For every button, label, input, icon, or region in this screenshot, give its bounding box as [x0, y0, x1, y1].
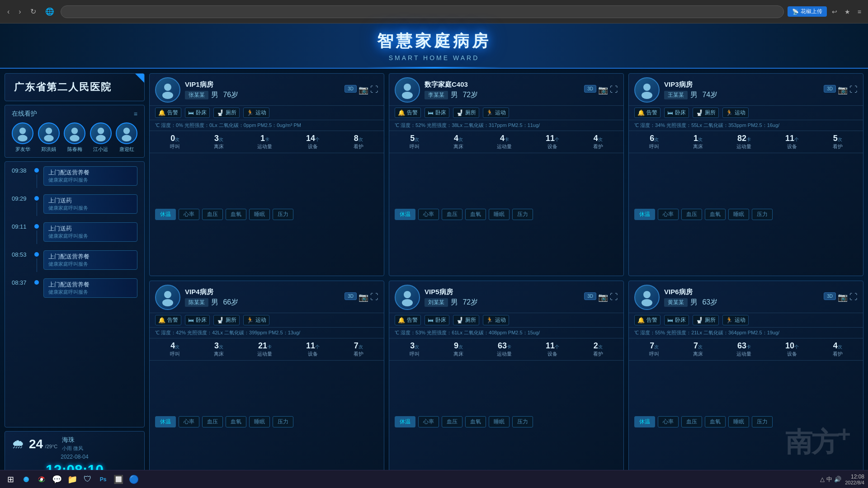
ward-cam-icon-vip5[interactable]: 📷 [598, 292, 608, 302]
ward-toilet-btn-vip4[interactable]: 🚽厕所 [213, 315, 240, 325]
ward-3d-btn-vip6[interactable]: 3D [824, 292, 836, 300]
ward-bed-btn-c403[interactable]: 🛏卧床 [425, 108, 449, 118]
ward-exercise-btn-vip5[interactable]: 🏃运动 [483, 315, 509, 325]
ward-cam-icon-vip3[interactable]: 📷 [838, 85, 848, 95]
nurses-filter-icon[interactable]: ≡ [134, 110, 137, 117]
ward-monitor-bo-vip1[interactable]: 血氧 [226, 209, 246, 220]
taskbar-app-icon[interactable]: 🔵 [127, 473, 141, 486]
nav-back-button[interactable]: ‹ [5, 6, 12, 18]
ward-monitor-bp-vip1[interactable]: 血压 [202, 209, 223, 220]
taskbar-edge-icon[interactable] [19, 473, 33, 486]
nav-forward-button[interactable]: › [16, 6, 24, 18]
ward-monitor-pr-vip5[interactable]: 压力 [512, 416, 533, 427]
ward-exercise-btn-c403[interactable]: 🏃运动 [483, 108, 509, 118]
ward-cam-icon-vip1[interactable]: 📷 [359, 85, 368, 95]
ward-monitor-hr-vip3[interactable]: 心率 [658, 209, 679, 220]
ward-3d-btn-vip3[interactable]: 3D [824, 85, 836, 93]
live-upload-button[interactable]: 📡 花椒上传 [788, 6, 827, 17]
ward-exercise-btn-vip3[interactable]: 🏃运动 [722, 108, 749, 118]
ward-monitor-bo-c403[interactable]: 血氧 [465, 209, 486, 220]
ward-monitor-bp-vip5[interactable]: 血压 [442, 416, 462, 427]
start-button[interactable]: ⊞ [4, 474, 18, 485]
taskbar-notifications-icon[interactable]: △ [820, 476, 825, 483]
ward-monitor-sl-vip4[interactable]: 睡眠 [249, 416, 270, 427]
ward-alert-btn-vip3[interactable]: 🔔告警 [634, 108, 660, 118]
nav-globe-button[interactable]: 🌐 [42, 5, 57, 18]
ward-toilet-btn-c403[interactable]: 🚽厕所 [453, 108, 479, 118]
ward-fullscreen-icon-c403[interactable]: ⛶ [610, 85, 618, 94]
ward-toilet-btn-vip1[interactable]: 🚽厕所 [213, 108, 240, 118]
ward-monitor-sl-vip5[interactable]: 睡眠 [489, 416, 509, 427]
ward-monitor-bp-vip4[interactable]: 血压 [202, 416, 223, 427]
ward-fullscreen-icon-vip3[interactable]: ⛶ [849, 85, 858, 94]
ward-toilet-btn-vip6[interactable]: 🚽厕所 [693, 315, 719, 325]
ward-fullscreen-icon-vip4[interactable]: ⛶ [370, 292, 378, 302]
ward-monitor-hr-vip4[interactable]: 心率 [179, 416, 199, 427]
ward-monitor-wt-c403[interactable]: 休温 [395, 209, 415, 220]
ward-bed-btn-vip6[interactable]: 🛏卧床 [664, 315, 689, 325]
ward-monitor-sl-c403[interactable]: 睡眠 [489, 209, 509, 220]
ward-3d-btn-vip5[interactable]: 3D [584, 292, 596, 300]
ward-alert-btn-c403[interactable]: 🔔告警 [395, 108, 421, 118]
ward-3d-btn-vip1[interactable]: 3D [344, 85, 357, 93]
ward-monitor-bp-vip6[interactable]: 血压 [681, 416, 702, 427]
ward-exercise-btn-vip6[interactable]: 🏃运动 [722, 315, 749, 325]
ward-bed-btn-vip3[interactable]: 🛏卧床 [664, 108, 689, 118]
ward-monitor-pr-vip4[interactable]: 压力 [273, 416, 293, 427]
ward-monitor-bp-vip3[interactable]: 血压 [681, 209, 702, 220]
ward-monitor-hr-vip6[interactable]: 心率 [658, 416, 679, 427]
ward-exercise-btn-vip1[interactable]: 🏃运动 [243, 108, 269, 118]
ward-cam-icon-c403[interactable]: 📷 [598, 85, 608, 95]
menu-button[interactable]: ≡ [855, 7, 863, 16]
ward-monitor-pr-vip1[interactable]: 压力 [273, 209, 293, 220]
ward-monitor-wt-vip1[interactable]: 休温 [155, 209, 176, 220]
taskbar-volume-icon[interactable]: 🔊 [834, 476, 841, 483]
ward-bed-btn-vip4[interactable]: 🛏卧床 [185, 315, 210, 325]
taskbar-explorer-icon[interactable]: 📁 [66, 473, 79, 486]
ward-bed-btn-vip5[interactable]: 🛏卧床 [425, 315, 449, 325]
ward-monitor-wt-vip6[interactable]: 休温 [634, 416, 655, 427]
ward-monitor-pr-vip3[interactable]: 压力 [752, 209, 773, 220]
ward-monitor-sl-vip1[interactable]: 睡眠 [249, 209, 270, 220]
ward-cam-icon-vip4[interactable]: 📷 [359, 292, 368, 302]
ward-monitor-bp-c403[interactable]: 血压 [442, 209, 462, 220]
taskbar-chrome-icon[interactable] [35, 473, 48, 486]
ward-monitor-bo-vip4[interactable]: 血氧 [226, 416, 246, 427]
ward-monitor-sl-vip3[interactable]: 睡眠 [728, 209, 749, 220]
ward-3d-btn-c403[interactable]: 3D [584, 85, 596, 93]
ward-alert-btn-vip4[interactable]: 🔔告警 [155, 315, 181, 325]
ward-monitor-pr-vip6[interactable]: 压力 [752, 416, 773, 427]
ward-monitor-hr-vip1[interactable]: 心率 [179, 209, 199, 220]
nav-refresh-button[interactable]: ↻ [28, 5, 39, 18]
ward-monitor-wt-vip3[interactable]: 休温 [634, 209, 655, 220]
ward-monitor-bo-vip5[interactable]: 血氧 [465, 416, 486, 427]
ward-toilet-btn-vip5[interactable]: 🚽厕所 [453, 315, 479, 325]
ward-fullscreen-icon-vip5[interactable]: ⛶ [610, 292, 618, 302]
ward-monitor-bo-vip3[interactable]: 血氧 [705, 209, 726, 220]
history-button[interactable]: ↩ [830, 7, 840, 16]
ward-exercise-btn-vip4[interactable]: 🏃运动 [243, 315, 269, 325]
ward-monitor-wt-vip4[interactable]: 休温 [155, 416, 176, 427]
taskbar-ps-icon[interactable]: Ps [96, 473, 110, 486]
star-button[interactable]: ★ [842, 7, 853, 16]
ward-alert-btn-vip5[interactable]: 🔔告警 [395, 315, 421, 325]
ward-bed-btn-vip1[interactable]: 🛏卧床 [185, 108, 210, 118]
ward-monitor-bo-vip6[interactable]: 血氧 [705, 416, 726, 427]
ward-3d-btn-vip4[interactable]: 3D [344, 292, 357, 300]
taskbar-wechat-icon[interactable]: 💬 [50, 473, 64, 486]
ward-monitor-sl-vip6[interactable]: 睡眠 [728, 416, 749, 427]
taskbar-vm-icon[interactable]: 🔲 [112, 473, 125, 486]
taskbar-ime-icon[interactable]: 中 [826, 475, 832, 483]
ward-monitor-wt-vip5[interactable]: 休温 [395, 416, 415, 427]
ward-alert-btn-vip1[interactable]: 🔔告警 [155, 108, 181, 118]
ward-monitor-hr-vip5[interactable]: 心率 [418, 416, 439, 427]
ward-monitor-pr-c403[interactable]: 压力 [512, 209, 533, 220]
ward-toilet-btn-vip3[interactable]: 🚽厕所 [693, 108, 719, 118]
address-bar[interactable] [61, 5, 784, 18]
ward-fullscreen-icon-vip1[interactable]: ⛶ [370, 85, 378, 94]
taskbar-security-icon[interactable]: 🛡 [81, 473, 94, 486]
ward-monitor-hr-c403[interactable]: 心率 [418, 209, 439, 220]
ward-fullscreen-icon-vip6[interactable]: ⛶ [849, 292, 858, 302]
ward-alert-btn-vip6[interactable]: 🔔告警 [634, 315, 660, 325]
ward-cam-icon-vip6[interactable]: 📷 [838, 292, 848, 302]
